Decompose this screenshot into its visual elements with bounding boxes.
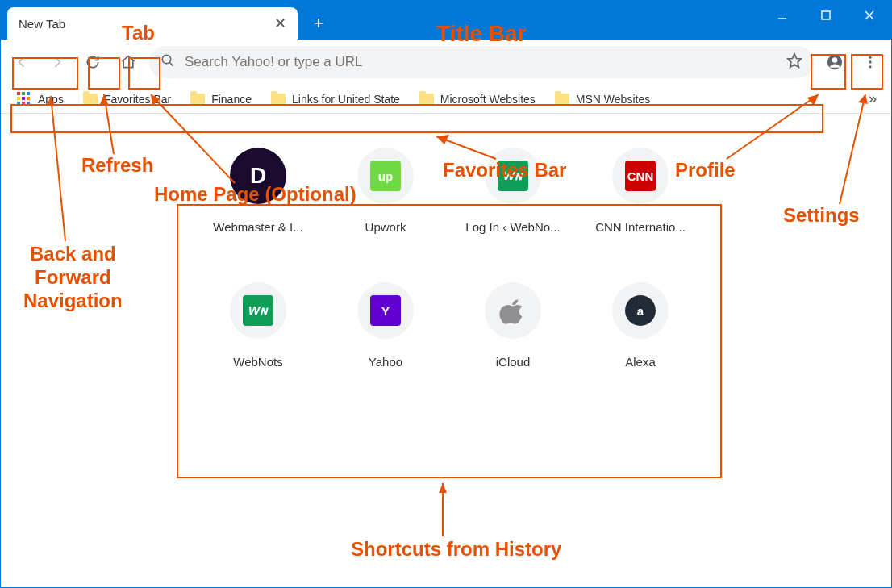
- omnibox[interactable]: [149, 46, 814, 78]
- svg-marker-6: [788, 54, 802, 68]
- menu-button[interactable]: [856, 48, 885, 77]
- address-input[interactable]: [185, 54, 777, 70]
- shortcut-tile[interactable]: iCloud: [449, 282, 577, 369]
- svg-point-10: [869, 60, 871, 63]
- window-controls: [761, 1, 891, 30]
- shortcut-label: Yahoo: [369, 355, 402, 369]
- tab-new-tab[interactable]: New Tab ✕: [7, 7, 298, 40]
- shortcut-icon: Wɴ: [485, 148, 541, 204]
- shortcut-tile[interactable]: CNNCNN Internatio...: [577, 148, 704, 234]
- shortcuts-grid: DWebmaster & I...upUpworkWɴLog In ‹ WebN…: [178, 123, 720, 401]
- folder-icon: [271, 94, 286, 105]
- shortcut-tile[interactable]: DWebmaster & I...: [194, 148, 322, 234]
- search-icon: [160, 53, 175, 71]
- bookmark-item[interactable]: Favorites Bar: [75, 90, 179, 109]
- new-tab-button[interactable]: +: [306, 10, 331, 36]
- bookmarks-apps[interactable]: Apps: [9, 89, 72, 110]
- bookmark-label: Microsoft Websites: [440, 93, 536, 106]
- tab-title: New Tab: [19, 17, 65, 31]
- bookmark-item[interactable]: Finance: [182, 90, 260, 109]
- bookmarks-bar: Apps Favorites Bar Finance Links for Uni…: [1, 85, 891, 114]
- home-button[interactable]: [114, 48, 143, 77]
- shortcut-tile[interactable]: WɴWebNots: [194, 282, 322, 369]
- close-window-button[interactable]: [848, 1, 891, 30]
- maximize-button[interactable]: [804, 1, 848, 30]
- refresh-button[interactable]: [78, 48, 107, 77]
- bookmarks-overflow-button[interactable]: »: [862, 87, 883, 111]
- bookmark-label: MSN Websites: [576, 93, 650, 106]
- apps-label: Apps: [38, 93, 64, 106]
- bookmark-label: Favorites Bar: [104, 93, 171, 106]
- svg-point-9: [869, 56, 871, 59]
- bookmark-label: Links for United State: [292, 93, 400, 106]
- shortcut-label: Upwork: [365, 220, 406, 234]
- shortcut-icon: D: [230, 148, 286, 204]
- shortcut-tile[interactable]: YYahoo: [322, 282, 449, 369]
- back-button[interactable]: [7, 48, 36, 77]
- bookmark-item[interactable]: MSN Websites: [547, 90, 658, 109]
- shortcut-tile[interactable]: WɴLog In ‹ WebNo...: [449, 148, 577, 234]
- shortcut-icon: up: [357, 148, 414, 204]
- shortcut-label: WebNots: [233, 355, 282, 369]
- shortcut-icon: [485, 282, 541, 339]
- shortcut-label: CNN Internatio...: [595, 220, 686, 234]
- toolbar: [1, 40, 891, 85]
- bookmark-item[interactable]: Links for United State: [263, 90, 408, 109]
- shortcut-label: Alexa: [625, 355, 656, 369]
- profile-button[interactable]: [820, 48, 849, 77]
- bookmark-item[interactable]: Microsoft Websites: [411, 90, 544, 109]
- folder-icon: [190, 94, 205, 105]
- title-bar: New Tab ✕ +: [1, 1, 891, 40]
- shortcut-tile[interactable]: upUpwork: [322, 148, 449, 234]
- forward-button[interactable]: [43, 48, 72, 77]
- svg-point-8: [832, 57, 838, 63]
- folder-icon: [419, 94, 434, 105]
- svg-rect-1: [822, 11, 830, 19]
- close-tab-icon[interactable]: ✕: [274, 15, 286, 32]
- bookmark-star-icon[interactable]: [786, 52, 802, 72]
- svg-point-4: [162, 55, 171, 64]
- shortcut-label: Webmaster & I...: [213, 220, 302, 234]
- minimize-button[interactable]: [761, 1, 804, 30]
- svg-point-11: [869, 65, 871, 68]
- shortcut-label: iCloud: [496, 355, 531, 369]
- svg-line-5: [169, 62, 173, 66]
- content-area: DWebmaster & I...upUpworkWɴLog In ‹ WebN…: [1, 114, 891, 588]
- shortcut-icon: a: [612, 282, 669, 339]
- apps-icon: [17, 92, 31, 106]
- shortcut-label: Log In ‹ WebNo...: [465, 220, 560, 234]
- shortcut-icon: CNN: [612, 148, 669, 204]
- shortcut-icon: Y: [357, 282, 414, 339]
- shortcut-icon: Wɴ: [230, 282, 286, 339]
- folder-icon: [555, 94, 569, 105]
- folder-icon: [83, 94, 98, 105]
- shortcut-tile[interactable]: aAlexa: [577, 282, 704, 369]
- bookmark-label: Finance: [211, 93, 252, 106]
